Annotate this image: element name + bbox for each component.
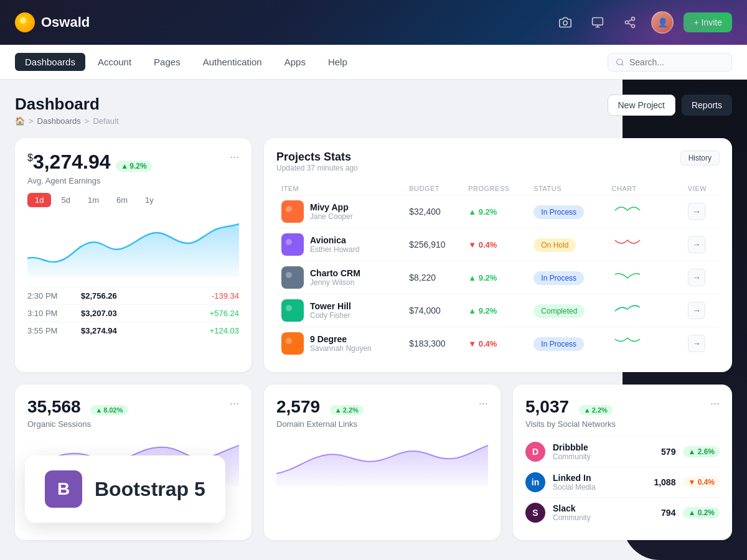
social-count-1: 1,088 bbox=[654, 477, 675, 487]
breadcrumb-dashboards[interactable]: Dashboards bbox=[37, 116, 81, 126]
col-budget: BUDGET bbox=[404, 182, 463, 195]
monitor-icon[interactable] bbox=[586, 11, 609, 34]
project-view-4[interactable]: → bbox=[683, 327, 720, 360]
share-icon[interactable] bbox=[619, 11, 641, 34]
time-btn-1d[interactable]: 1d bbox=[27, 193, 51, 207]
view-arrow-3[interactable]: → bbox=[688, 302, 705, 319]
subnav-item-account[interactable]: Account bbox=[88, 53, 141, 71]
er-time-2: 3:55 PM bbox=[27, 326, 71, 335]
logo-icon bbox=[15, 12, 35, 32]
view-arrow-4[interactable]: → bbox=[688, 335, 705, 352]
earnings-label: Avg. Agent Earnings bbox=[27, 176, 239, 185]
subnav-item-pages[interactable]: Pages bbox=[144, 53, 190, 71]
time-btn-6m[interactable]: 6m bbox=[109, 193, 135, 207]
social-item: D Dribbble Community 579 ▲ 2.6% bbox=[525, 436, 720, 467]
organic-top: 35,568 ▲ 8.02% ··· bbox=[27, 397, 239, 417]
social-item: in Linked In Social Media 1,088 ▼ 0.4% bbox=[525, 467, 720, 497]
project-item-cell-2: Charto CRM Jenny Wilson bbox=[276, 261, 404, 294]
breadcrumb-sep2: > bbox=[85, 116, 90, 126]
organic-more-button[interactable]: ··· bbox=[230, 397, 239, 410]
invite-button[interactable]: + Invite bbox=[684, 12, 732, 32]
project-budget-3: $74,000 bbox=[404, 294, 463, 327]
subnav-item-help[interactable]: Help bbox=[318, 53, 357, 71]
social-number-section: 5,037 ▲ 2.2% bbox=[525, 397, 613, 417]
time-btn-5d[interactable]: 5d bbox=[54, 193, 77, 207]
svg-point-19 bbox=[286, 272, 292, 278]
new-project-button[interactable]: New Project bbox=[608, 95, 675, 116]
project-person-1: Esther Howard bbox=[310, 245, 359, 254]
reports-button[interactable]: Reports bbox=[682, 95, 732, 116]
project-name-4: 9 Degree bbox=[310, 334, 372, 344]
earnings-amount: $3,274.94 ▲ 9.2% bbox=[27, 151, 152, 174]
projects-table-header: ITEM BUDGET PROGRESS STATUS CHART VIEW bbox=[276, 182, 720, 195]
subnav: Dashboards Account Pages Authentication … bbox=[0, 45, 747, 80]
external-more-button[interactable]: ··· bbox=[479, 397, 488, 410]
svg-point-0 bbox=[563, 21, 568, 26]
external-top: 2,579 ▲ 2.2% ··· bbox=[276, 397, 488, 417]
social-type-0: Community bbox=[553, 452, 591, 461]
social-more-button[interactable]: ··· bbox=[710, 397, 720, 410]
project-view-0[interactable]: → bbox=[683, 195, 720, 228]
project-view-1[interactable]: → bbox=[683, 228, 720, 261]
search-box bbox=[608, 53, 732, 72]
earnings-row-2: 3:55 PM $3,274.94 +124.03 bbox=[27, 322, 239, 339]
project-view-3[interactable]: → bbox=[683, 294, 720, 327]
currency-symbol: $ bbox=[27, 152, 33, 163]
project-progress-2: ▲ 9.2% bbox=[463, 261, 529, 294]
col-status: STATUS bbox=[529, 182, 606, 195]
project-progress-4: ▼ 0.4% bbox=[463, 327, 529, 360]
project-progress-3: ▲ 9.2% bbox=[463, 294, 529, 327]
project-status-0: In Process bbox=[529, 195, 606, 228]
er-change-0: -139.34 bbox=[212, 291, 239, 301]
earnings-top: $3,274.94 ▲ 9.2% ··· bbox=[27, 151, 239, 174]
logo-text: Oswald bbox=[41, 14, 90, 30]
project-status-1: On Hold bbox=[529, 228, 606, 261]
social-count-0: 579 bbox=[661, 447, 675, 457]
table-row: Mivy App Jane Cooper $32,400 ▲ 9.2% In P… bbox=[276, 195, 720, 228]
search-input[interactable] bbox=[629, 57, 724, 67]
bootstrap-overlay: B Bootstrap 5 bbox=[25, 455, 225, 523]
project-person-2: Jenny Wilson bbox=[310, 278, 360, 287]
projects-subtitle: Updated 37 minutes ago bbox=[276, 164, 358, 172]
er-amount-0: $2,756.26 bbox=[81, 291, 202, 301]
view-arrow-0[interactable]: → bbox=[688, 203, 705, 220]
earnings-chart-svg bbox=[27, 215, 239, 277]
project-person-4: Savannah Nguyen bbox=[310, 344, 372, 353]
col-item: ITEM bbox=[276, 182, 404, 195]
subnav-item-authentication[interactable]: Authentication bbox=[193, 53, 272, 71]
earnings-more-button[interactable]: ··· bbox=[230, 151, 239, 164]
earnings-row-1: 3:10 PM $3,207.03 +576.24 bbox=[27, 304, 239, 322]
time-btn-1m[interactable]: 1m bbox=[80, 193, 106, 207]
social-info-2: Slack Community bbox=[553, 503, 591, 522]
social-name-1: Linked In bbox=[553, 473, 596, 483]
avatar[interactable]: 👤 bbox=[651, 11, 674, 34]
svg-point-6 bbox=[632, 24, 635, 27]
subnav-item-apps[interactable]: Apps bbox=[275, 53, 316, 71]
camera-icon[interactable] bbox=[554, 11, 576, 34]
earnings-row-0: 2:30 PM $2,756.26 -139.34 bbox=[27, 287, 239, 304]
view-arrow-1[interactable]: → bbox=[688, 236, 705, 253]
svg-point-22 bbox=[286, 305, 292, 311]
social-number: 5,037 ▲ 2.2% bbox=[525, 397, 613, 417]
social-type-2: Community bbox=[553, 513, 591, 522]
time-btn-1y[interactable]: 1y bbox=[138, 193, 161, 207]
project-progress-0: ▲ 9.2% bbox=[463, 195, 529, 228]
social-item: S Slack Community 794 ▲ 0.2% bbox=[525, 497, 720, 528]
history-button[interactable]: History bbox=[680, 151, 720, 166]
table-row: Avionica Esther Howard $256,910 ▼ 0.4% O… bbox=[276, 228, 720, 261]
project-item-cell-1: Avionica Esther Howard bbox=[276, 228, 404, 261]
view-arrow-2[interactable]: → bbox=[688, 269, 705, 286]
project-person-3: Cody Fisher bbox=[310, 311, 351, 320]
project-view-2[interactable]: → bbox=[683, 261, 720, 294]
project-item-cell-4: 9 Degree Savannah Nguyen bbox=[276, 327, 404, 360]
social-info-1: Linked In Social Media bbox=[553, 473, 596, 492]
svg-line-7 bbox=[629, 23, 632, 25]
breadcrumb-sep1: > bbox=[29, 116, 34, 126]
er-amount-2: $3,274.94 bbox=[81, 326, 200, 335]
er-amount-1: $3,207.03 bbox=[81, 309, 200, 318]
project-person-0: Jane Cooper bbox=[310, 212, 353, 221]
subnav-item-dashboards[interactable]: Dashboards bbox=[15, 53, 85, 71]
earnings-badge: ▲ 9.2% bbox=[116, 161, 151, 172]
page-actions: New Project Reports bbox=[608, 95, 733, 116]
table-row: Tower Hill Cody Fisher $74,000 ▲ 9.2% Co… bbox=[276, 294, 720, 327]
